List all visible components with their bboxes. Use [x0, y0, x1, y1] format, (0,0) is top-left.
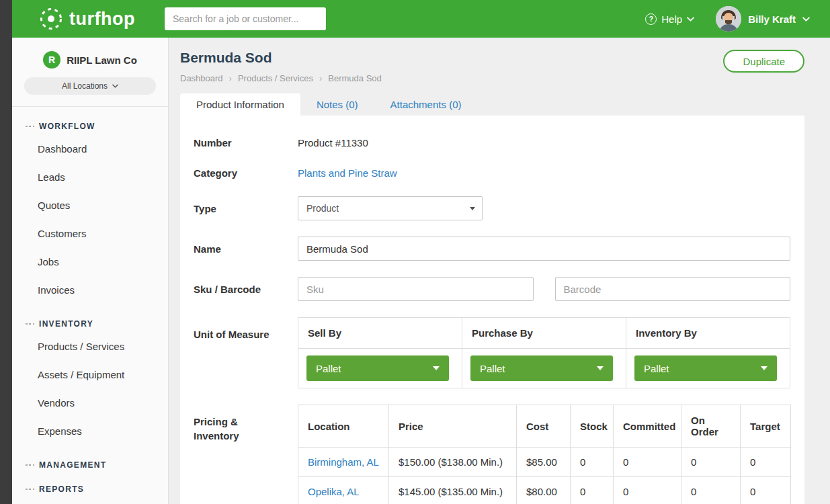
- nav-section-label: INVENTORY: [39, 319, 93, 329]
- on-order-cell: 0: [681, 448, 741, 477]
- cost-cell: $85.00: [517, 448, 571, 477]
- sidebar-nav: WORKFLOW Dashboard Leads Quotes Customer…: [12, 122, 168, 494]
- sidebar-item-invoices[interactable]: Invoices: [12, 276, 168, 304]
- help-menu[interactable]: ? Help: [645, 13, 694, 25]
- brand-name: turfhop: [69, 9, 135, 30]
- section-dashes-icon: [26, 323, 34, 325]
- nav-section-label: WORKFLOW: [39, 122, 95, 131]
- select-caret-icon: [470, 207, 475, 210]
- sidebar-item-jobs[interactable]: Jobs: [12, 248, 168, 276]
- sidebar-item-products-services[interactable]: Products / Services: [12, 333, 168, 361]
- uom-col-purchase-by: Purchase By: [462, 318, 626, 349]
- on-order-cell: 0: [681, 477, 741, 504]
- unit-of-measure-table: Sell By Purchase By Inventory By Pallet …: [298, 317, 790, 388]
- dropdown-caret-icon: [597, 366, 604, 370]
- user-avatar: [716, 6, 741, 32]
- nav-section-label: REPORTS: [39, 485, 84, 494]
- sidebar-divider: [12, 106, 168, 107]
- breadcrumb-dashboard[interactable]: Dashboard: [180, 73, 232, 83]
- pricing-row-birmingham: Birmingham, AL $150.00 ($138.00 Min.) $8…: [298, 448, 791, 477]
- tab-bar: Product Information Notes (0) Attachment…: [180, 93, 804, 116]
- duplicate-button[interactable]: Duplicate: [723, 50, 804, 73]
- nav-section-reports[interactable]: REPORTS: [12, 485, 168, 494]
- number-label: Number: [194, 136, 298, 150]
- sidebar-item-expenses[interactable]: Expenses: [12, 417, 168, 446]
- breadcrumb-products-services[interactable]: Products / Services: [238, 73, 322, 83]
- brand-logo[interactable]: turfhop: [39, 7, 135, 31]
- category-link[interactable]: Plants and Pine Straw: [298, 167, 397, 179]
- col-stock: Stock: [571, 405, 614, 448]
- all-locations-label: All Locations: [62, 81, 108, 91]
- type-select[interactable]: Product: [298, 196, 483, 220]
- sidebar-item-dashboard[interactable]: Dashboard: [12, 135, 168, 163]
- tab-attachments[interactable]: Attachments (0): [374, 93, 478, 116]
- uom-col-inventory-by: Inventory By: [626, 318, 790, 349]
- col-target: Target: [741, 405, 791, 448]
- sku-input[interactable]: [298, 277, 534, 301]
- company-name: RIIPL Lawn Co: [67, 54, 137, 66]
- sell-by-dropdown[interactable]: Pallet: [306, 355, 449, 381]
- pricing-row-opelika: Opelika, AL $145.00 ($135.00 Min.) $80.0…: [298, 477, 791, 504]
- pricing-inventory-table: Location Price Cost Stock Committed On O…: [298, 405, 791, 504]
- pricing-header-row: Location Price Cost Stock Committed On O…: [298, 405, 791, 448]
- dropdown-caret-icon: [433, 366, 440, 370]
- location-link[interactable]: Opelika, AL: [308, 486, 360, 497]
- pricing-inventory-label: Pricing & Inventory: [194, 405, 254, 443]
- chevron-down-icon: [112, 84, 118, 88]
- committed-cell: 0: [614, 448, 681, 477]
- top-header: turfhop ? Help Billy Kraft: [12, 0, 830, 38]
- sidebar-item-vendors[interactable]: Vendors: [12, 389, 168, 417]
- sidebar-item-assets-equipment[interactable]: Assets / Equipment: [12, 361, 168, 389]
- cost-cell: $80.00: [517, 477, 571, 504]
- company-badge-icon: R: [43, 51, 60, 69]
- uom-col-sell-by: Sell By: [298, 318, 462, 349]
- section-dashes-icon: [26, 489, 34, 490]
- type-row: Type Product: [194, 196, 790, 220]
- chevron-down-icon: [687, 17, 694, 22]
- nav-section-workflow: WORKFLOW: [12, 122, 168, 131]
- sku-barcode-row: Sku / Barcode: [194, 277, 790, 301]
- sidebar-item-leads[interactable]: Leads: [12, 163, 168, 192]
- pricing-inventory-row: Pricing & Inventory Location Price Cost …: [194, 405, 790, 504]
- nav-section-management[interactable]: MANAGEMENT: [12, 460, 168, 470]
- breadcrumb-current: Bermuda Sod: [328, 73, 382, 83]
- number-value: Product #11330: [298, 137, 790, 149]
- user-name: Billy Kraft: [748, 13, 796, 25]
- col-committed: Committed: [614, 405, 681, 448]
- committed-cell: 0: [614, 477, 681, 504]
- inventory-by-value: Pallet: [644, 363, 669, 374]
- sidebar-item-quotes[interactable]: Quotes: [12, 192, 168, 220]
- col-location: Location: [298, 405, 389, 448]
- stock-cell: 0: [571, 448, 614, 477]
- tab-notes[interactable]: Notes (0): [300, 93, 374, 116]
- page-title: Bermuda Sod: [180, 50, 804, 66]
- name-label: Name: [194, 242, 298, 256]
- unit-of-measure-label: Unit of Measure: [194, 317, 298, 341]
- inventory-by-dropdown[interactable]: Pallet: [634, 355, 777, 381]
- turfhop-logo-icon: [39, 7, 63, 31]
- barcode-input[interactable]: [555, 277, 791, 301]
- user-menu[interactable]: Billy Kraft: [716, 6, 810, 32]
- purchase-by-dropdown[interactable]: Pallet: [470, 355, 613, 381]
- tab-product-information[interactable]: Product Information: [180, 93, 300, 116]
- sidebar-item-customers[interactable]: Customers: [12, 220, 168, 248]
- sell-by-value: Pallet: [316, 363, 341, 374]
- category-label: Category: [194, 166, 298, 180]
- stock-cell: 0: [571, 477, 614, 504]
- page-header: Bermuda Sod Dashboard Products / Service…: [180, 38, 804, 83]
- chevron-down-icon: [802, 17, 810, 22]
- product-information-panel: Number Product #11330 Category Plants an…: [180, 116, 804, 504]
- unit-of-measure-row: Unit of Measure Sell By Purchase By Inve…: [194, 317, 790, 388]
- sku-barcode-label: Sku / Barcode: [194, 282, 298, 296]
- breadcrumb: Dashboard Products / Services Bermuda So…: [180, 73, 804, 83]
- number-row: Number Product #11330: [194, 136, 790, 150]
- target-cell: 0: [741, 477, 791, 504]
- name-input[interactable]: [298, 237, 790, 261]
- location-link[interactable]: Birmingham, AL: [308, 456, 379, 468]
- all-locations-dropdown[interactable]: All Locations: [24, 77, 156, 95]
- dropdown-caret-icon: [761, 366, 767, 370]
- col-cost: Cost: [517, 405, 571, 448]
- category-row: Category Plants and Pine Straw: [194, 166, 790, 180]
- target-cell: 0: [741, 448, 791, 477]
- global-search-input[interactable]: [165, 7, 326, 30]
